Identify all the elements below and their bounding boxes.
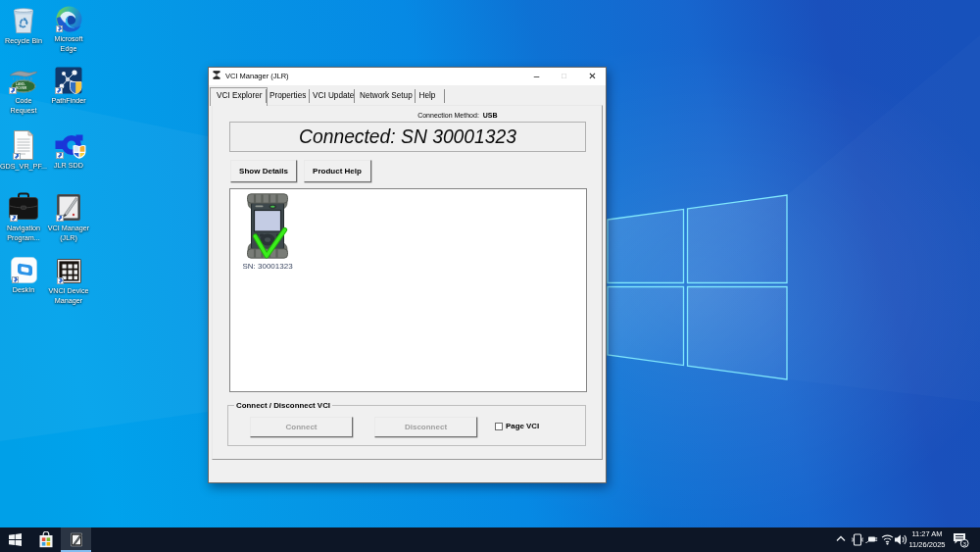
svg-text:3: 3 bbox=[962, 540, 966, 547]
svg-text:ROVER: ROVER bbox=[16, 86, 27, 90]
